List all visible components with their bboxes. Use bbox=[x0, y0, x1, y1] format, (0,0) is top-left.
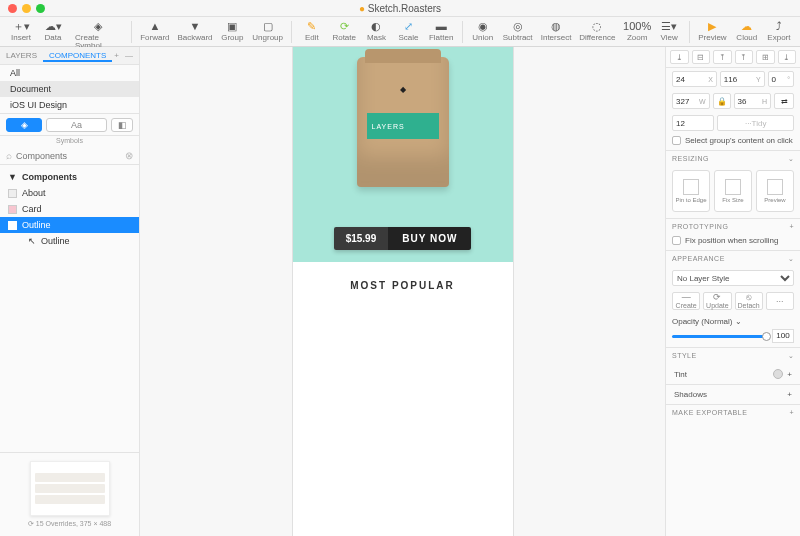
cursor-icon: ↖ bbox=[28, 236, 36, 246]
filter-all[interactable]: All bbox=[0, 65, 139, 81]
window-title: ● Sketch.Roasters bbox=[0, 3, 800, 14]
create-symbol-button[interactable]: ◈Create Symbol bbox=[70, 19, 126, 50]
fix-position-label: Fix position when scrolling bbox=[685, 236, 778, 245]
prototyping-header: PROTOTYPING bbox=[672, 223, 728, 230]
align-top-button[interactable]: ⤒ bbox=[735, 50, 754, 64]
pin-edge-card[interactable]: Pin to Edge bbox=[672, 170, 710, 212]
x-field[interactable]: 24X bbox=[672, 71, 717, 87]
align-bottom-button[interactable]: ⤓ bbox=[778, 50, 797, 64]
forward-button[interactable]: ▲Forward bbox=[137, 19, 173, 42]
component-about[interactable]: About bbox=[0, 185, 139, 201]
buy-now-button[interactable]: BUY NOW bbox=[388, 227, 471, 250]
toolbar: ＋▾Insert ☁▾Data ◈Create Symbol ▲Forward … bbox=[0, 17, 800, 47]
difference-button[interactable]: ◌Difference bbox=[576, 19, 618, 42]
export-button[interactable]: ⤴Export bbox=[764, 19, 794, 42]
fix-size-card[interactable]: Fix Size bbox=[714, 170, 752, 212]
shadows-row[interactable]: Shadows+ bbox=[666, 384, 800, 404]
tab-layers[interactable]: LAYERS bbox=[0, 51, 43, 60]
width-field[interactable]: 327W bbox=[672, 93, 710, 109]
fix-position-checkbox[interactable] bbox=[672, 236, 681, 245]
tab-components[interactable]: COMPONENTS bbox=[43, 51, 112, 62]
preview-button[interactable]: ▶Preview bbox=[695, 19, 730, 42]
component-card[interactable]: Card bbox=[0, 201, 139, 217]
select-group-checkbox[interactable] bbox=[672, 136, 681, 145]
components-search-input[interactable] bbox=[12, 151, 125, 161]
subtract-button[interactable]: ◎Subtract bbox=[500, 19, 536, 42]
height-field[interactable]: 36H bbox=[734, 93, 772, 109]
tree-header[interactable]: ▼ Components bbox=[0, 169, 139, 185]
data-button[interactable]: ☁▾Data bbox=[38, 19, 68, 42]
rotate-button[interactable]: ⟳Rotate bbox=[329, 19, 360, 42]
mask-button[interactable]: ◐Mask bbox=[361, 19, 391, 42]
align-right-button[interactable]: ⤒ bbox=[713, 50, 732, 64]
intersect-button[interactable]: ◍Intersect bbox=[538, 19, 575, 42]
tint-row[interactable]: Tint+ bbox=[666, 364, 800, 384]
appearance-header: APPEARANCE bbox=[672, 255, 725, 263]
align-left-button[interactable]: ⤓ bbox=[670, 50, 689, 64]
collapse-icon[interactable]: ⌄ bbox=[788, 255, 795, 263]
layer-styles-button[interactable]: ◧ bbox=[111, 118, 133, 132]
make-exportable-header: MAKE EXPORTABLE bbox=[672, 409, 747, 416]
rotation-field[interactable]: 0° bbox=[768, 71, 794, 87]
style-detach-button[interactable]: ⎋Detach bbox=[735, 292, 763, 310]
preview-panel: ⟳ 15 Overrides, 375 × 488 bbox=[0, 452, 139, 536]
opacity-value-field[interactable]: 100 bbox=[772, 329, 794, 343]
most-popular-heading: MOST POPULAR bbox=[293, 262, 513, 309]
cloud-button[interactable]: ☁Cloud bbox=[732, 19, 762, 42]
style-more-button[interactable]: ··· bbox=[766, 292, 794, 310]
transform-field[interactable]: 12 bbox=[672, 115, 714, 131]
lock-aspect-button[interactable]: 🔒 bbox=[713, 93, 731, 109]
clear-search-icon[interactable]: ⊗ bbox=[125, 150, 133, 161]
align-controls: ⤓ ⊟ ⤒ ⤒ ⊞ ⤓ bbox=[666, 47, 800, 68]
tidy-button[interactable]: ··· Tidy bbox=[717, 115, 794, 131]
y-field[interactable]: 116Y bbox=[720, 71, 765, 87]
text-styles-button[interactable]: Aa bbox=[46, 118, 107, 132]
style-create-button[interactable]: —Create bbox=[672, 292, 700, 310]
cta-bar: $15.99 BUY NOW bbox=[334, 227, 472, 250]
add-shadow-icon[interactable]: + bbox=[787, 390, 792, 399]
add-prototyping-icon[interactable]: + bbox=[789, 223, 794, 230]
insert-button[interactable]: ＋▾Insert bbox=[6, 19, 36, 42]
filter-document[interactable]: Document bbox=[0, 81, 139, 97]
add-tint-icon[interactable]: + bbox=[787, 370, 792, 379]
resize-preview-card[interactable]: Preview bbox=[756, 170, 794, 212]
titlebar: ● Sketch.Roasters bbox=[0, 0, 800, 17]
opacity-label: Opacity (Normal) ⌄ bbox=[672, 317, 794, 326]
opacity-slider[interactable] bbox=[672, 335, 767, 338]
filter-ios[interactable]: iOS UI Design bbox=[0, 97, 139, 113]
symbols-button[interactable]: ◈ bbox=[6, 118, 42, 132]
view-button[interactable]: ☰▾View bbox=[654, 19, 684, 42]
layer-style-select[interactable]: No Layer Style bbox=[672, 270, 794, 286]
flatten-button[interactable]: ▬Flatten bbox=[425, 19, 456, 42]
collapse-icon[interactable]: ⌄ bbox=[788, 155, 795, 163]
resizing-header: RESIZING bbox=[672, 155, 709, 163]
align-center-h-button[interactable]: ⊟ bbox=[692, 50, 711, 64]
zoom-control[interactable]: 100%Zoom bbox=[622, 19, 652, 42]
thumbnail-caption: ⟳ 15 Overrides, 375 × 488 bbox=[8, 520, 131, 528]
edit-button[interactable]: ✎Edit bbox=[297, 19, 327, 42]
group-button[interactable]: ▣Group bbox=[217, 19, 247, 42]
price-label: $15.99 bbox=[334, 227, 389, 250]
union-button[interactable]: ◉Union bbox=[468, 19, 498, 42]
scale-button[interactable]: ⤢Scale bbox=[393, 19, 423, 42]
bag-logo-icon: ◆ bbox=[400, 85, 406, 94]
style-update-button[interactable]: ⟳Update bbox=[703, 292, 731, 310]
add-component-icon[interactable]: + bbox=[114, 51, 119, 60]
component-outline-child[interactable]: ↖Outline bbox=[0, 233, 139, 249]
panel-menu-icon[interactable]: — bbox=[125, 51, 133, 60]
component-thumbnail[interactable] bbox=[30, 461, 110, 516]
canvas[interactable]: ◆ LAYERS $15.99 BUY NOW MOST POPULAR bbox=[140, 47, 665, 536]
align-middle-button[interactable]: ⊞ bbox=[756, 50, 775, 64]
ungroup-button[interactable]: ▢Ungroup bbox=[249, 19, 286, 42]
collapse-icon[interactable]: ⌄ bbox=[788, 352, 795, 360]
coffee-bag-image: ◆ LAYERS bbox=[357, 57, 449, 187]
bag-label: LAYERS bbox=[367, 113, 439, 139]
artboard[interactable]: ◆ LAYERS $15.99 BUY NOW MOST POPULAR bbox=[293, 47, 513, 536]
symbols-label: Symbols bbox=[0, 136, 139, 147]
flip-button[interactable]: ⇄ bbox=[774, 93, 794, 109]
backward-button[interactable]: ▼Backward bbox=[175, 19, 216, 42]
component-outline-selected[interactable]: Outline bbox=[0, 217, 139, 233]
select-group-label: Select group's content on click bbox=[685, 136, 793, 145]
tint-swatch-icon bbox=[773, 369, 783, 379]
add-export-icon[interactable]: + bbox=[789, 409, 794, 416]
